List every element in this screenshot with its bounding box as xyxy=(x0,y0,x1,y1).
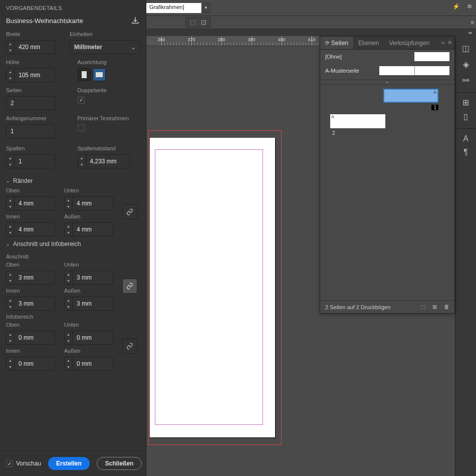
primary-text-frame-checkbox[interactable] xyxy=(78,124,85,131)
bleed-bottom-input[interactable]: ▲▼ xyxy=(64,271,113,285)
chevron-down-icon: ⌄ xyxy=(6,242,10,247)
frame-type-select[interactable]: Grafikrahmen] xyxy=(146,3,201,13)
bleed-section-header[interactable]: ⌄Anschnitt und Infobereich xyxy=(0,236,146,251)
units-label: Einheiten xyxy=(70,31,140,37)
preset-name-input[interactable]: Business-Weihnachtskarte xyxy=(6,17,131,25)
menu-icon[interactable]: ≡ xyxy=(470,19,474,26)
create-button[interactable]: Erstellen xyxy=(48,457,90,470)
slug-bottom-input[interactable]: ▲▼ xyxy=(64,331,113,345)
panel-menu-icon[interactable]: ≡ xyxy=(448,39,451,47)
panel-splitter[interactable] xyxy=(320,80,454,85)
orientation-landscape-button[interactable] xyxy=(93,68,106,81)
edit-page-size-icon[interactable]: ⬚ xyxy=(420,304,425,310)
fit-content-icon[interactable]: ⬚ xyxy=(190,19,196,26)
facing-pages-label: Doppelseite xyxy=(78,87,140,93)
height-input[interactable]: ▲▼ xyxy=(6,68,55,82)
right-panel-dock: ◫ ◈ ⚯ ⊞ ▯ A ¶ xyxy=(455,36,476,476)
bleed-label: Anschnitt xyxy=(0,251,146,262)
slug-outside-input[interactable]: ▲▼ xyxy=(64,357,113,371)
master-a-row[interactable]: A-Musterseite xyxy=(320,64,454,78)
columns-label: Spalten xyxy=(6,145,69,151)
margin-outside-input[interactable]: ▲▼ xyxy=(64,222,113,236)
links-panel-icon[interactable]: ⚯ xyxy=(459,72,473,88)
delete-page-icon[interactable]: 🗑 xyxy=(444,304,449,310)
column-gutter-label: Spaltenabstand xyxy=(78,145,140,151)
sub-control-bar: ⬚ ⊡ ≡ xyxy=(146,16,476,29)
close-button[interactable]: Schließen xyxy=(97,457,142,470)
height-label: Höhe xyxy=(6,59,69,65)
margins-section-header[interactable]: ⌄Ränder xyxy=(0,173,146,187)
units-select[interactable]: Millimeter⌄ xyxy=(70,40,140,54)
orientation-label: Ausrichtung xyxy=(78,59,140,65)
margin-bottom-input[interactable]: ▲▼ xyxy=(64,196,113,210)
margin-guide xyxy=(155,149,263,425)
slug-label: Infobereich xyxy=(0,311,146,322)
expand-icon[interactable]: ›› xyxy=(441,39,445,47)
pages-panel: ⟳Seiten Ebenen Verknüpfungen ››≡ [Ohne] … xyxy=(320,36,455,314)
gear-icon[interactable]: ✲ xyxy=(467,3,472,10)
swatches-panel-icon[interactable]: ▯ xyxy=(459,108,473,124)
page-2-number: 2 xyxy=(330,130,337,136)
panel-collapse-bar[interactable]: ◂◂ xyxy=(146,29,476,36)
layers-panel-icon[interactable]: ◈ xyxy=(459,56,473,72)
page-2-thumbnail[interactable]: A xyxy=(330,114,385,128)
preset-details-panel: VORGABENDETAILS Business-Weihnachtskarte… xyxy=(0,0,146,476)
tab-layers[interactable]: Ebenen xyxy=(353,37,384,49)
pages-input[interactable] xyxy=(6,96,55,110)
stroke-panel-icon[interactable]: ⊞ xyxy=(455,92,476,108)
control-bar: Grafikrahmen] ▼ ⚡ ✲ xyxy=(146,0,476,16)
frame-type-dropdown[interactable]: ▼ xyxy=(201,3,210,13)
master-none-thumb xyxy=(414,52,449,61)
primary-text-frame-label: Primärer Textrahmen xyxy=(78,115,140,121)
chevron-down-icon: ⌄ xyxy=(6,178,10,183)
pages-label: Seiten xyxy=(6,87,69,93)
start-number-input[interactable] xyxy=(6,124,55,138)
facing-pages-checkbox[interactable]: ✓ xyxy=(78,97,85,104)
page-1-number: 1 xyxy=(431,105,438,110)
columns-input[interactable]: ▲▼ xyxy=(6,154,55,168)
download-preset-icon[interactable] xyxy=(131,16,140,25)
link-slug-button[interactable] xyxy=(122,339,137,354)
link-icon xyxy=(126,208,133,215)
pages-panel-icon[interactable]: ◫ xyxy=(459,40,473,56)
margin-inside-input[interactable]: ▲▼ xyxy=(6,222,55,236)
page-1-thumbnail[interactable]: A xyxy=(383,89,438,103)
tab-pages[interactable]: ⟳Seiten xyxy=(320,37,353,49)
preview-toggle[interactable]: ✓Vorschau xyxy=(6,460,41,467)
new-page-icon[interactable]: ⊞ xyxy=(432,304,437,310)
flash-icon[interactable]: ⚡ xyxy=(452,3,460,10)
master-a-thumb xyxy=(379,66,449,75)
start-number-label: Anfangsnummer xyxy=(6,115,69,121)
slug-top-input[interactable]: ▲▼ xyxy=(6,331,55,345)
link-broken-icon xyxy=(126,343,133,350)
link-margins-button[interactable] xyxy=(122,204,137,219)
tab-links[interactable]: Verknüpfungen xyxy=(384,37,434,49)
orientation-portrait-button[interactable] xyxy=(78,68,91,81)
portrait-icon xyxy=(82,71,87,78)
column-gutter-input[interactable]: ▲▼ xyxy=(78,154,130,168)
para-styles-icon[interactable]: ¶ xyxy=(459,144,473,160)
width-input[interactable]: ▲▼ xyxy=(6,40,55,54)
width-label: Breite xyxy=(6,31,61,37)
char-styles-icon[interactable]: A xyxy=(455,128,476,144)
landscape-icon xyxy=(96,72,103,77)
bleed-top-input[interactable]: ▲▼ xyxy=(6,271,55,285)
master-none-row[interactable]: [Ohne] xyxy=(320,50,454,64)
link-bleed-button[interactable] xyxy=(122,279,137,294)
pages-status-text: 2 Seiten auf 2 Druckbögen xyxy=(325,304,390,310)
margin-top-input[interactable]: ▲▼ xyxy=(6,196,55,210)
bleed-outside-input[interactable]: ▲▼ xyxy=(64,297,113,311)
fit-frame-icon[interactable]: ⊡ xyxy=(201,19,206,26)
bleed-inside-input[interactable]: ▲▼ xyxy=(6,297,55,311)
chevron-down-icon: ⌄ xyxy=(131,45,135,50)
link-icon xyxy=(126,283,133,290)
panel-title: VORGABENDETAILS xyxy=(0,0,146,13)
slug-inside-input[interactable]: ▲▼ xyxy=(6,357,55,371)
